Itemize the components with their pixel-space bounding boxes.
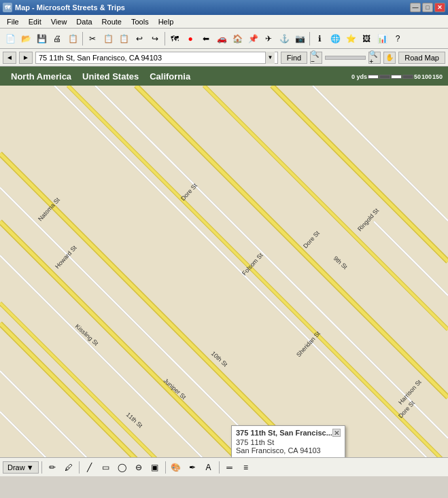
open-button[interactable]: 📂	[18, 31, 33, 46]
plane-button[interactable]: ✈	[261, 31, 276, 46]
draw-label: Draw	[7, 463, 25, 472]
home-button[interactable]: 🏠	[230, 31, 245, 46]
map-popup: 375 11th St, San Francisc... ✕ 375 11th …	[231, 425, 345, 457]
zoom-in-button[interactable]: 🔍+	[368, 52, 381, 64]
new-button[interactable]: 📄	[3, 31, 18, 46]
menu-bar: File Edit View Data Route Tools Help	[0, 15, 448, 29]
scale-label-150: 150	[432, 73, 443, 80]
title-bar: 🗺 Map - Microsoft Streets & Trips — □ ✕	[0, 0, 448, 15]
text-tool-button[interactable]: A	[201, 460, 216, 475]
svg-rect-0	[0, 86, 448, 457]
breadcrumb: North America United States California 0…	[0, 67, 448, 86]
find-button[interactable]: Find	[281, 52, 307, 64]
draw-button[interactable]: Draw ▼	[3, 461, 39, 474]
menu-edit[interactable]: Edit	[24, 16, 46, 27]
fill-color-button[interactable]: 🎨	[169, 460, 184, 475]
paste-button[interactable]: 📋	[116, 31, 131, 46]
car-button[interactable]: 🚗	[214, 31, 229, 46]
popup-close-button[interactable]: ✕	[332, 429, 341, 437]
toolbar-sep-3	[309, 32, 310, 46]
save-button[interactable]: 💾	[34, 31, 49, 46]
breadcrumb-north-america[interactable]: North America	[5, 71, 77, 82]
route-stop-button[interactable]: ●	[183, 31, 198, 46]
info-button[interactable]: ℹ	[312, 31, 327, 46]
scale-label-0: 0 yds	[351, 73, 367, 80]
popup-line-2: San Francisco, CA 94103	[236, 446, 341, 455]
popup-title-bar: 375 11th St, San Francisc... ✕	[236, 429, 341, 437]
select-tool-button[interactable]: 🖊	[61, 460, 76, 475]
nav-back-button[interactable]: ◄	[3, 52, 16, 64]
bottom-toolbar: Draw ▼ ✏ 🖊 ╱ ▭ ◯ ⊖ ▣ 🎨 ✒ A ═ ≡	[0, 457, 448, 476]
star-button[interactable]: ⭐	[343, 31, 358, 46]
app-icon: 🗺	[3, 3, 12, 12]
scale-seg-4	[402, 75, 413, 79]
toc-button[interactable]: 📋	[65, 31, 80, 46]
cut-button[interactable]: ✂	[85, 31, 100, 46]
single-line-button[interactable]: ═	[222, 460, 237, 475]
bottom-sep-3	[165, 461, 166, 474]
scale-seg-2	[379, 75, 390, 79]
menu-data[interactable]: Data	[72, 16, 96, 27]
nav-forward-button[interactable]: ►	[19, 52, 33, 64]
line-tool-button[interactable]: ╱	[82, 460, 97, 475]
pencil-tool-button[interactable]: ✏	[45, 460, 60, 475]
minimize-button[interactable]: —	[410, 3, 421, 12]
menu-route[interactable]: Route	[98, 16, 126, 27]
copy-button[interactable]: 📋	[101, 31, 116, 46]
globe-button[interactable]: 🌐	[328, 31, 343, 46]
menu-view[interactable]: View	[47, 16, 71, 27]
address-dropdown[interactable]: ▼	[265, 52, 275, 64]
close-button[interactable]: ✕	[434, 3, 445, 12]
pushpin-button[interactable]: 📌	[245, 31, 260, 46]
address-input[interactable]	[39, 54, 265, 62]
pan-tool-button[interactable]: ✋	[383, 52, 396, 64]
line-color-button[interactable]: ✒	[185, 460, 200, 475]
address-input-wrapper: ▼	[35, 52, 278, 64]
popup-title: 375 11th St, San Francisc...	[236, 429, 332, 437]
zoom-controls: 🔍− 🔍+	[310, 52, 381, 64]
camera-button[interactable]: 📷	[292, 31, 307, 46]
window-title: Map - Microsoft Streets & Trips	[15, 3, 125, 12]
back-button[interactable]: ⬅	[199, 31, 213, 46]
toolbar-sep-2	[165, 32, 165, 46]
map-svg: Natoma St Howard St Folsom St Dore St 9t…	[0, 86, 448, 457]
road-map-dropdown[interactable]: Road Map	[398, 52, 445, 64]
scale-seg-1	[368, 75, 379, 79]
popup-line-1: 375 11th St	[236, 438, 341, 446]
circle-tool-button[interactable]: ⊖	[131, 460, 146, 475]
map-area[interactable]: Natoma St Howard St Folsom St Dore St 9t…	[0, 86, 448, 457]
menu-help[interactable]: Help	[154, 16, 178, 27]
redo-button[interactable]: ↪	[148, 31, 162, 46]
anchor-button[interactable]: ⚓	[277, 31, 292, 46]
address-bar: ◄ ► ▼ Find 🔍− 🔍+ ✋ Road Map	[0, 49, 448, 67]
draw-dropdown-arrow: ▼	[27, 463, 34, 472]
maximize-button[interactable]: □	[422, 3, 433, 12]
title-bar-buttons: — □ ✕	[410, 3, 445, 12]
menu-file[interactable]: File	[3, 16, 23, 27]
map-button[interactable]: 🗺	[167, 31, 182, 46]
scale-bar: 0 yds 50 100 150	[351, 73, 443, 80]
help-icon-button[interactable]: ?	[390, 31, 405, 46]
breadcrumb-united-states[interactable]: United States	[77, 71, 144, 82]
toolbar-sep-1	[82, 32, 83, 46]
chart-button[interactable]: 📊	[375, 31, 390, 46]
multi-line-button[interactable]: ≡	[239, 460, 254, 475]
breadcrumb-california[interactable]: California	[144, 71, 196, 82]
toolbar: 📄 📂 💾 🖨 📋 ✂ 📋 📋 ↩ ↪ 🗺 ● ⬅ 🚗 🏠 📌 ✈ ⚓ 📷 ℹ …	[0, 29, 448, 49]
print-button[interactable]: 🖨	[50, 31, 65, 46]
scale-label-100: 100	[421, 73, 432, 80]
scale-label-50: 50	[414, 73, 421, 80]
bottom-sep-2	[79, 461, 80, 474]
title-bar-left: 🗺 Map - Microsoft Streets & Trips	[3, 3, 125, 12]
undo-button[interactable]: ↩	[132, 31, 147, 46]
zoom-slider[interactable]	[325, 56, 366, 60]
scale-seg-3	[391, 75, 402, 79]
bottom-sep-4	[219, 461, 220, 474]
bottom-sep-1	[41, 461, 42, 474]
zoom-out-button[interactable]: 🔍−	[310, 52, 322, 64]
polygon-tool-button[interactable]: ▣	[148, 460, 162, 475]
menu-tools[interactable]: Tools	[127, 16, 153, 27]
image-button[interactable]: 🖼	[359, 31, 374, 46]
rect-tool-button[interactable]: ▭	[99, 460, 114, 475]
ellipse-tool-button[interactable]: ◯	[115, 460, 130, 475]
